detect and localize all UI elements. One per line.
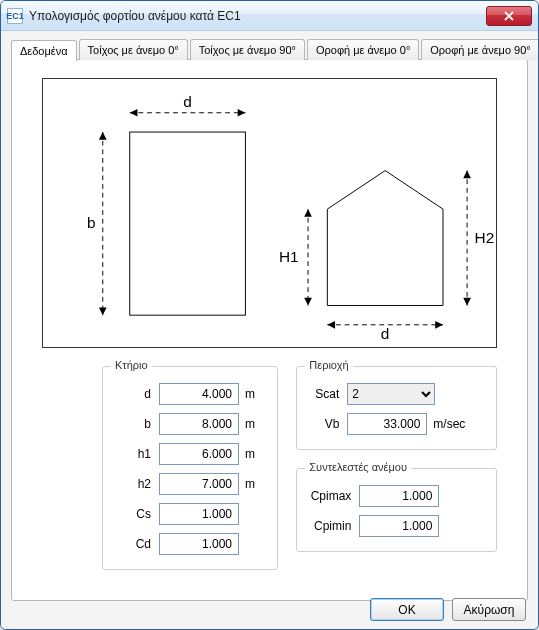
label-h2: h2 (113, 477, 159, 491)
titlebar: EC1 Υπολογισμός φορτίου ανέμου κατά EC1 (1, 1, 538, 31)
select-scat[interactable]: 2 (347, 383, 435, 405)
svg-marker-9 (304, 298, 312, 306)
tab-roof-0[interactable]: Οροφή με άνεμο 0° (307, 39, 419, 60)
svg-marker-12 (463, 298, 471, 306)
unit-b: m (245, 417, 255, 431)
form-area: Κτήριο d m b m h1 (22, 356, 517, 570)
unit-h2: m (245, 477, 255, 491)
tabpage-data: d b H1 H2 (11, 59, 528, 601)
group-wind-coef: Συντελεστές ανέμου Cpimax Cpimin (296, 468, 497, 552)
svg-rect-0 (130, 132, 246, 315)
dialog-window: EC1 Υπολογισμός φορτίου ανέμου κατά EC1 … (0, 0, 539, 630)
label-cpimin: Cpimin (307, 519, 359, 533)
input-cpimax[interactable] (359, 485, 439, 507)
group-region-legend: Περιοχή (305, 359, 352, 371)
tabstrip: Δεδομένα Τοίχος με άνεμο 0° Τοίχος με άν… (11, 39, 528, 60)
input-vb[interactable] (347, 413, 427, 435)
close-icon (504, 11, 514, 21)
window-title: Υπολογισμός φορτίου ανέμου κατά EC1 (29, 9, 486, 23)
group-building: Κτήριο d m b m h1 (102, 366, 278, 570)
label-cd: Cd (113, 537, 159, 551)
input-cs[interactable] (159, 503, 239, 525)
input-d[interactable] (159, 383, 239, 405)
svg-marker-3 (238, 109, 246, 117)
svg-marker-6 (99, 307, 107, 315)
input-h2[interactable] (159, 473, 239, 495)
diagram-label-h1: H1 (279, 248, 299, 265)
label-scat: Scat (307, 387, 347, 401)
svg-marker-2 (130, 109, 138, 117)
input-cpimin[interactable] (359, 515, 439, 537)
label-d: d (113, 387, 159, 401)
diagram-label-b: b (87, 214, 96, 231)
diagram-label-h2: H2 (475, 229, 495, 246)
diagram-label-d-top: d (183, 93, 192, 110)
dialog-buttons: OK Ακύρωση (370, 598, 526, 621)
diagram: d b H1 H2 (42, 78, 497, 348)
input-h1[interactable] (159, 443, 239, 465)
client-area: Δεδομένα Τοίχος με άνεμο 0° Τοίχος με άν… (1, 31, 538, 629)
group-region: Περιοχή Scat 2 Vb m/sec (296, 366, 497, 450)
unit-d: m (245, 387, 255, 401)
app-icon: EC1 (7, 8, 23, 24)
ok-button[interactable]: OK (370, 598, 444, 621)
tab-roof-90[interactable]: Οροφή με άνεμο 90° (421, 39, 539, 60)
input-b[interactable] (159, 413, 239, 435)
diagram-label-d-bottom: d (381, 325, 390, 342)
unit-h1: m (245, 447, 255, 461)
label-cs: Cs (113, 507, 159, 521)
group-building-legend: Κτήριο (111, 359, 152, 371)
input-cd[interactable] (159, 533, 239, 555)
close-button[interactable] (486, 6, 532, 26)
svg-marker-11 (463, 171, 471, 179)
tab-data[interactable]: Δεδομένα (11, 40, 77, 61)
svg-marker-14 (327, 321, 335, 329)
svg-marker-15 (435, 321, 443, 329)
label-vb: Vb (307, 417, 347, 431)
svg-marker-5 (99, 132, 107, 140)
svg-marker-8 (304, 209, 312, 217)
group-wind-coef-legend: Συντελεστές ανέμου (305, 461, 411, 473)
cancel-button[interactable]: Ακύρωση (452, 598, 526, 621)
label-b: b (113, 417, 159, 431)
label-cpimax: Cpimax (307, 489, 359, 503)
label-h1: h1 (113, 447, 159, 461)
tab-wall-90[interactable]: Τοίχος με άνεμο 90° (190, 39, 305, 60)
unit-vb: m/sec (433, 417, 465, 431)
tab-wall-0[interactable]: Τοίχος με άνεμο 0° (79, 39, 188, 60)
